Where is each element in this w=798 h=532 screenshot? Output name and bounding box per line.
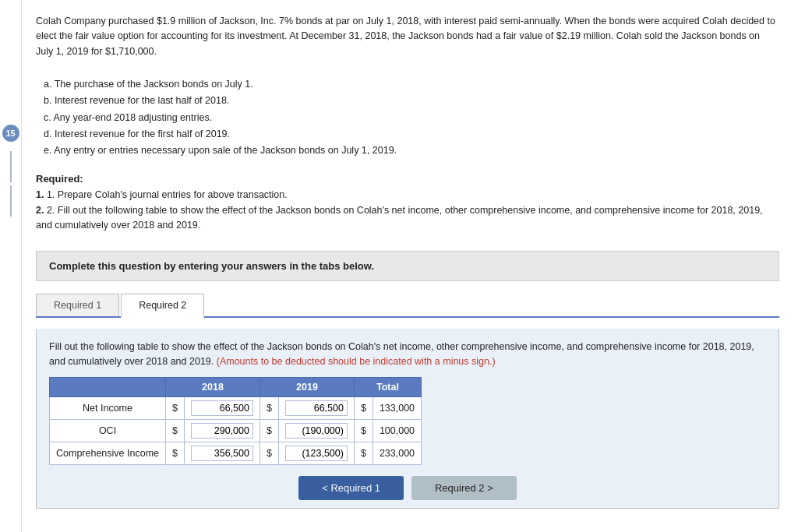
tab-required1[interactable]: Required 1 (36, 294, 119, 316)
net-income-2018-input[interactable] (191, 400, 253, 416)
comp-2019-val[interactable] (278, 442, 354, 465)
scenario-text: Colah Company purchased $1.9 million of … (36, 14, 779, 59)
tabs-row: Required 1 Required 2 (36, 294, 779, 318)
side-line-1 (10, 151, 12, 182)
comp-2019-sym: $ (260, 442, 278, 465)
sub-items: a. The purchase of the Jackson bonds on … (44, 76, 779, 159)
net-income-total-sym: $ (354, 397, 373, 420)
sub-item-d: d. Interest revenue for the first half o… (44, 126, 779, 143)
instruction-box: Complete this question by entering your … (36, 251, 779, 281)
comp-total-sym: $ (354, 442, 373, 465)
oci-2018-sym: $ (166, 420, 185, 442)
income-table: 2018 2019 Total Net Income $ (49, 377, 422, 465)
table-row: Net Income $ $ $ 133,000 (50, 397, 422, 420)
required-label: Required: (36, 173, 779, 185)
tab-desc-red: (Amounts to be deducted should be indica… (217, 356, 496, 367)
oci-total-sym: $ (354, 420, 373, 442)
nav-buttons-row: < Required 1 Required 2 > (49, 476, 766, 500)
required-step-2: 2. 2. Fill out the following table to sh… (36, 203, 779, 234)
question-badge: 15 (2, 125, 19, 142)
main-content: Colah Company purchased $1.9 million of … (22, 0, 798, 532)
comp-2019-input[interactable] (285, 446, 348, 461)
oci-2019-input[interactable] (285, 423, 348, 439)
sub-item-c: c. Any year-end 2018 adjusting entries. (44, 110, 779, 126)
required-section: Required: 1. 1. Prepare Colah's journal … (36, 173, 779, 233)
col-header-empty (50, 378, 166, 397)
row-label-oci: OCI (50, 420, 166, 442)
table-container: 2018 2019 Total Net Income $ (49, 377, 766, 465)
next-button[interactable]: Required 2 > (411, 476, 517, 500)
row-label-net-income: Net Income (50, 397, 166, 420)
net-income-2018-sym: $ (166, 397, 185, 420)
comp-2018-sym: $ (166, 442, 185, 465)
comp-2018-val[interactable] (184, 442, 260, 465)
net-income-2018-val[interactable] (184, 397, 260, 420)
oci-2019-val[interactable] (278, 420, 354, 442)
prev-button[interactable]: < Required 1 (298, 476, 404, 500)
table-row: Comprehensive Income $ $ $ 233,000 (50, 442, 422, 465)
tab-required2[interactable]: Required 2 (121, 294, 204, 318)
net-income-2019-sym: $ (260, 397, 278, 420)
row-label-comp-income: Comprehensive Income (50, 442, 166, 465)
required-step-1: 1. 1. Prepare Colah's journal entries fo… (36, 188, 779, 203)
col-header-2018: 2018 (166, 378, 260, 397)
comp-total-val: 233,000 (373, 442, 421, 465)
oci-total-val: 100,000 (373, 420, 421, 442)
net-income-2019-val[interactable] (278, 397, 354, 420)
sub-item-b: b. Interest revenue for the last half of… (44, 93, 779, 109)
sub-item-e: e. Any entry or entries necessary upon s… (44, 143, 779, 159)
oci-2018-input[interactable] (191, 423, 253, 439)
net-income-total-val: 133,000 (373, 397, 421, 420)
side-line-2 (10, 185, 12, 217)
table-row: OCI $ $ $ 100,000 (50, 420, 422, 442)
oci-2019-sym: $ (260, 420, 278, 442)
left-gutter: 15 (0, 0, 22, 532)
tab-content: Fill out the following table to show the… (36, 329, 779, 509)
tab-description: Fill out the following table to show the… (49, 340, 766, 370)
col-header-2019: 2019 (260, 378, 354, 397)
oci-2018-val[interactable] (184, 420, 260, 442)
col-header-total: Total (354, 378, 421, 397)
sub-item-a: a. The purchase of the Jackson bonds on … (44, 76, 779, 93)
net-income-2019-input[interactable] (285, 400, 348, 416)
comp-2018-input[interactable] (191, 446, 253, 461)
